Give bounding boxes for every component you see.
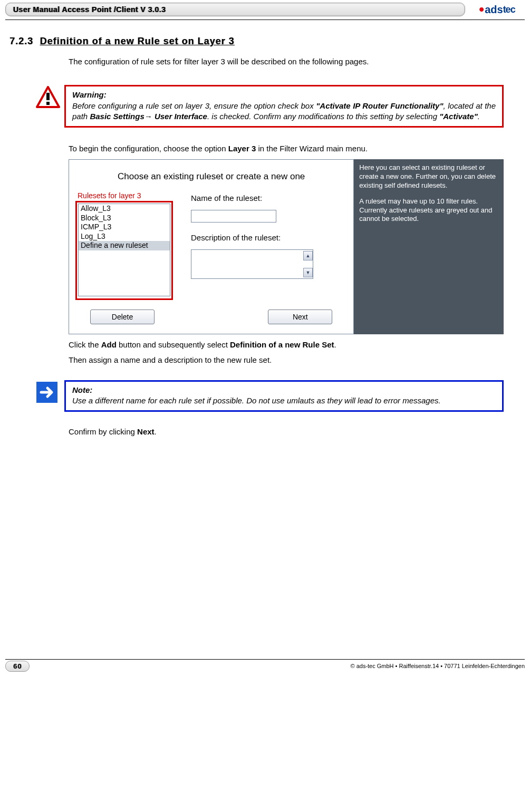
logo-dot-icon: • bbox=[479, 7, 484, 12]
begin-bold: Layer 3 bbox=[228, 144, 256, 153]
confirm-c: . bbox=[155, 427, 157, 436]
ruleset-listbox[interactable]: Allow_L3 Block_L3 ICMP_L3 Log_L3 Define … bbox=[75, 201, 173, 300]
next-button[interactable]: Next bbox=[268, 310, 332, 324]
footer-copyright: © ads-tec GmbH • Raiffeisenstr.14 • 7077… bbox=[30, 663, 525, 669]
confirm-b: Next bbox=[137, 427, 155, 436]
warning-pre: Before configuring a rule set on layer 3… bbox=[72, 101, 316, 110]
confirm-paragraph: Confirm by clicking Next. bbox=[69, 427, 504, 437]
help-p1: Here you can select an existing ruleset … bbox=[359, 163, 498, 190]
ruleset-list-label: Rulesets for layer 3 bbox=[75, 191, 173, 200]
click-c: button and subsequently select bbox=[117, 340, 230, 349]
name-label: Name of the ruleset: bbox=[191, 194, 344, 202]
svg-rect-1 bbox=[46, 93, 50, 100]
wizard-heading: Choose an existing ruleset or create a n… bbox=[69, 160, 353, 191]
note-icon bbox=[36, 380, 64, 412]
name-input[interactable] bbox=[191, 210, 276, 223]
wizard-panel: Choose an existing ruleset or create a n… bbox=[69, 159, 354, 334]
section-title: Definition of a new Rule set on Layer 3 bbox=[40, 36, 235, 46]
wizard-help-panel: Here you can select an existing ruleset … bbox=[354, 159, 504, 334]
click-b: Add bbox=[101, 340, 117, 349]
svg-rect-2 bbox=[46, 102, 50, 105]
help-p2: A ruleset may have up to 10 filter rules… bbox=[359, 197, 498, 224]
scroll-down-icon[interactable]: ▼ bbox=[303, 268, 313, 277]
warning-q2: "Activate" bbox=[439, 112, 478, 121]
click-paragraph: Click the Add button and subsequently se… bbox=[69, 340, 504, 350]
list-item[interactable]: Block_L3 bbox=[79, 214, 170, 223]
header-title-wrap: User Manual Access Point /Client V 3.0.3 bbox=[5, 3, 465, 16]
section-heading: 7.2.3 Definition of a new Rule set on La… bbox=[9, 36, 504, 47]
header-bar: User Manual Access Point /Client V 3.0.3… bbox=[0, 0, 530, 18]
warning-post2: . bbox=[478, 112, 480, 121]
list-item[interactable]: ICMP_L3 bbox=[79, 223, 170, 232]
warning-title: Warning: bbox=[72, 90, 496, 100]
page-number: 60 bbox=[5, 661, 30, 672]
note-box: Note: Use a different name for each rule… bbox=[64, 380, 504, 412]
section-number: 7.2.3 bbox=[9, 36, 33, 47]
logo-text-suffix: tec bbox=[503, 4, 515, 15]
click-a: Click the bbox=[69, 340, 101, 349]
note-body: Use a different name for each rule set i… bbox=[72, 395, 496, 406]
desc-label: Description of the ruleset: bbox=[191, 233, 344, 242]
warning-q1: "Activate IP Router Functionality" bbox=[316, 101, 443, 110]
list-item[interactable]: Allow_L3 bbox=[79, 204, 170, 214]
warning-body: Before configuring a rule set on layer 3… bbox=[72, 101, 496, 122]
warning-path: Basic Settings→ User Interface bbox=[90, 112, 207, 121]
confirm-a: Confirm by clicking bbox=[69, 427, 137, 436]
then-paragraph: Then assign a name and a description to … bbox=[69, 355, 504, 365]
desc-textarea[interactable]: ▲ ▼ bbox=[191, 249, 313, 279]
intro-paragraph: The configuration of rule sets for filte… bbox=[69, 56, 504, 67]
logo: • ads tec bbox=[469, 2, 525, 17]
warning-row: Warning: Before configuring a rule set o… bbox=[36, 85, 504, 128]
list-item-selected[interactable]: Define a new ruleset bbox=[79, 241, 170, 250]
footer: 60 © ads-tec GmbH • Raiffeisenstr.14 • 7… bbox=[5, 659, 525, 672]
begin-after: in the Filter Wizard main menu. bbox=[256, 144, 368, 153]
note-row: Note: Use a different name for each rule… bbox=[36, 380, 504, 412]
begin-paragraph: To begin the configuration, choose the o… bbox=[69, 143, 504, 154]
list-item[interactable]: Log_L3 bbox=[79, 232, 170, 241]
warning-box: Warning: Before configuring a rule set o… bbox=[64, 85, 504, 128]
logo-text-prefix: ads bbox=[485, 4, 503, 16]
screenshot: Choose an existing ruleset or create a n… bbox=[69, 159, 504, 334]
header-title: User Manual Access Point /Client V 3.0.3 bbox=[13, 5, 166, 14]
warning-post1: . is checked. Confirm any modifications … bbox=[207, 112, 439, 121]
delete-button[interactable]: Delete bbox=[90, 310, 155, 324]
textarea-scrollbar[interactable]: ▲ ▼ bbox=[303, 251, 312, 277]
warning-icon bbox=[36, 85, 64, 128]
scroll-up-icon[interactable]: ▲ bbox=[303, 251, 313, 260]
click-e: . bbox=[334, 340, 336, 349]
note-title: Note: bbox=[72, 385, 496, 395]
click-d: Definition of a new Rule Set bbox=[230, 340, 334, 349]
begin-pre: To begin the configuration, choose the o… bbox=[69, 144, 228, 153]
